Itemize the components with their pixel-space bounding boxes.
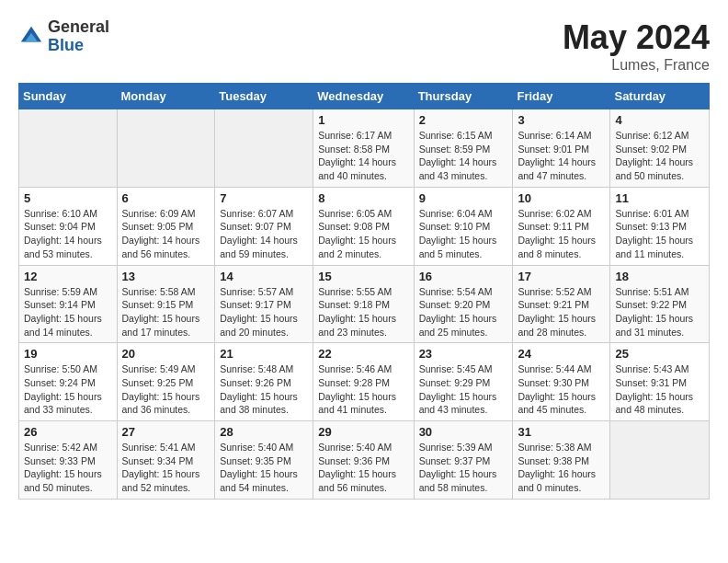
day-17: 17Sunrise: 5:52 AMSunset: 9:21 PMDayligh…: [513, 265, 610, 343]
logo-icon: [18, 24, 44, 50]
day-info-5: Sunrise: 6:10 AMSunset: 9:04 PMDaylight:…: [24, 207, 112, 261]
day-info-21: Sunrise: 5:48 AMSunset: 9:26 PMDaylight:…: [220, 362, 308, 417]
day-number-1: 1: [318, 113, 408, 127]
day-info-25: Sunrise: 5:43 AMSunset: 9:31 PMDaylight:…: [615, 362, 704, 417]
day-info-28: Sunrise: 5:40 AMSunset: 9:35 PMDaylight:…: [220, 441, 308, 495]
week-row-4: 19Sunrise: 5:50 AMSunset: 9:24 PMDayligh…: [19, 343, 710, 421]
day-info-3: Sunrise: 6:14 AMSunset: 9:01 PMDaylight:…: [518, 129, 605, 183]
header-sunday: Sunday: [19, 84, 118, 109]
day-info-1: Sunrise: 6:17 AMSunset: 8:58 PMDaylight:…: [318, 129, 408, 183]
day-info-18: Sunrise: 5:51 AMSunset: 9:22 PMDaylight:…: [615, 285, 704, 339]
day-number-26: 26: [24, 425, 112, 439]
day-number-2: 2: [419, 113, 508, 127]
day-info-6: Sunrise: 6:09 AMSunset: 9:05 PMDaylight:…: [122, 207, 210, 261]
week-row-3: 12Sunrise: 5:59 AMSunset: 9:14 PMDayligh…: [19, 265, 710, 343]
day-number-4: 4: [615, 113, 704, 127]
day-3: 3Sunrise: 6:14 AMSunset: 9:01 PMDaylight…: [513, 109, 610, 188]
day-29: 29Sunrise: 5:40 AMSunset: 9:36 PMDayligh…: [313, 421, 414, 500]
day-number-16: 16: [419, 270, 508, 283]
day-number-12: 12: [24, 270, 112, 283]
day-number-17: 17: [518, 270, 605, 283]
day-5: 5Sunrise: 6:10 AMSunset: 9:04 PMDaylight…: [19, 187, 118, 265]
day-number-23: 23: [419, 347, 508, 361]
day-number-9: 9: [419, 191, 508, 205]
day-number-6: 6: [122, 191, 210, 205]
day-info-8: Sunrise: 6:05 AMSunset: 9:08 PMDaylight:…: [318, 207, 408, 261]
day-info-22: Sunrise: 5:46 AMSunset: 9:28 PMDaylight:…: [318, 362, 408, 417]
day-number-11: 11: [615, 191, 704, 205]
day-info-27: Sunrise: 5:41 AMSunset: 9:34 PMDaylight:…: [122, 441, 210, 495]
day-info-11: Sunrise: 6:01 AMSunset: 9:13 PMDaylight:…: [615, 207, 704, 261]
month-title: May 2024: [563, 18, 710, 57]
day-26: 26Sunrise: 5:42 AMSunset: 9:33 PMDayligh…: [19, 421, 118, 500]
calendar-table: SundayMondayTuesdayWednesdayThursdayFrid…: [18, 83, 710, 500]
day-info-10: Sunrise: 6:02 AMSunset: 9:11 PMDaylight:…: [518, 207, 605, 261]
day-number-20: 20: [122, 347, 210, 361]
day-info-9: Sunrise: 6:04 AMSunset: 9:10 PMDaylight:…: [419, 207, 508, 261]
day-info-7: Sunrise: 6:07 AMSunset: 9:07 PMDaylight:…: [220, 207, 308, 261]
day-info-17: Sunrise: 5:52 AMSunset: 9:21 PMDaylight:…: [518, 285, 605, 339]
empty-cell: [19, 109, 118, 188]
empty-cell: [610, 421, 710, 500]
logo-blue: Blue: [48, 37, 109, 55]
logo: General Blue: [18, 18, 109, 55]
empty-cell: [215, 109, 313, 188]
day-19: 19Sunrise: 5:50 AMSunset: 9:24 PMDayligh…: [19, 343, 118, 421]
day-12: 12Sunrise: 5:59 AMSunset: 9:14 PMDayligh…: [19, 265, 118, 343]
day-number-24: 24: [518, 347, 605, 361]
day-number-5: 5: [24, 191, 112, 205]
calendar-header: SundayMondayTuesdayWednesdayThursdayFrid…: [19, 84, 710, 109]
day-number-8: 8: [318, 191, 408, 205]
day-2: 2Sunrise: 6:15 AMSunset: 8:59 PMDaylight…: [414, 109, 513, 188]
day-info-20: Sunrise: 5:49 AMSunset: 9:25 PMDaylight:…: [122, 362, 210, 417]
day-25: 25Sunrise: 5:43 AMSunset: 9:31 PMDayligh…: [610, 343, 710, 421]
logo-text: General Blue: [48, 18, 109, 55]
day-1: 1Sunrise: 6:17 AMSunset: 8:58 PMDaylight…: [313, 109, 414, 188]
day-14: 14Sunrise: 5:57 AMSunset: 9:17 PMDayligh…: [215, 265, 313, 343]
day-18: 18Sunrise: 5:51 AMSunset: 9:22 PMDayligh…: [610, 265, 710, 343]
page-header: General Blue May 2024 Lumes, France: [18, 18, 710, 74]
week-row-1: 1Sunrise: 6:17 AMSunset: 8:58 PMDaylight…: [19, 109, 710, 188]
day-info-13: Sunrise: 5:58 AMSunset: 9:15 PMDaylight:…: [122, 285, 210, 339]
day-13: 13Sunrise: 5:58 AMSunset: 9:15 PMDayligh…: [117, 265, 215, 343]
day-info-30: Sunrise: 5:39 AMSunset: 9:37 PMDaylight:…: [419, 441, 508, 495]
day-info-23: Sunrise: 5:45 AMSunset: 9:29 PMDaylight:…: [419, 362, 508, 417]
day-9: 9Sunrise: 6:04 AMSunset: 9:10 PMDaylight…: [414, 187, 513, 265]
day-info-29: Sunrise: 5:40 AMSunset: 9:36 PMDaylight:…: [318, 441, 408, 495]
day-number-10: 10: [518, 191, 605, 205]
day-number-19: 19: [24, 347, 112, 361]
day-number-28: 28: [220, 425, 308, 439]
title-block: May 2024 Lumes, France: [563, 18, 710, 74]
day-info-31: Sunrise: 5:38 AMSunset: 9:38 PMDaylight:…: [518, 441, 605, 495]
day-10: 10Sunrise: 6:02 AMSunset: 9:11 PMDayligh…: [513, 187, 610, 265]
day-7: 7Sunrise: 6:07 AMSunset: 9:07 PMDaylight…: [215, 187, 313, 265]
header-friday: Friday: [513, 84, 610, 109]
day-30: 30Sunrise: 5:39 AMSunset: 9:37 PMDayligh…: [414, 421, 513, 500]
day-24: 24Sunrise: 5:44 AMSunset: 9:30 PMDayligh…: [513, 343, 610, 421]
header-thursday: Thursday: [414, 84, 513, 109]
day-8: 8Sunrise: 6:05 AMSunset: 9:08 PMDaylight…: [313, 187, 414, 265]
week-row-2: 5Sunrise: 6:10 AMSunset: 9:04 PMDaylight…: [19, 187, 710, 265]
day-info-16: Sunrise: 5:54 AMSunset: 9:20 PMDaylight:…: [419, 285, 508, 339]
day-number-21: 21: [220, 347, 308, 361]
day-number-15: 15: [318, 270, 408, 283]
header-monday: Monday: [117, 84, 215, 109]
day-27: 27Sunrise: 5:41 AMSunset: 9:34 PMDayligh…: [117, 421, 215, 500]
week-row-5: 26Sunrise: 5:42 AMSunset: 9:33 PMDayligh…: [19, 421, 710, 500]
day-number-29: 29: [318, 425, 408, 439]
day-20: 20Sunrise: 5:49 AMSunset: 9:25 PMDayligh…: [117, 343, 215, 421]
header-row: SundayMondayTuesdayWednesdayThursdayFrid…: [19, 84, 710, 109]
day-number-13: 13: [122, 270, 210, 283]
day-22: 22Sunrise: 5:46 AMSunset: 9:28 PMDayligh…: [313, 343, 414, 421]
day-11: 11Sunrise: 6:01 AMSunset: 9:13 PMDayligh…: [610, 187, 710, 265]
calendar-body: 1Sunrise: 6:17 AMSunset: 8:58 PMDaylight…: [19, 109, 710, 500]
header-saturday: Saturday: [610, 84, 710, 109]
header-tuesday: Tuesday: [215, 84, 313, 109]
day-6: 6Sunrise: 6:09 AMSunset: 9:05 PMDaylight…: [117, 187, 215, 265]
day-number-18: 18: [615, 270, 704, 283]
day-number-25: 25: [615, 347, 704, 361]
day-info-15: Sunrise: 5:55 AMSunset: 9:18 PMDaylight:…: [318, 285, 408, 339]
day-31: 31Sunrise: 5:38 AMSunset: 9:38 PMDayligh…: [513, 421, 610, 500]
day-number-31: 31: [518, 425, 605, 439]
day-number-27: 27: [122, 425, 210, 439]
